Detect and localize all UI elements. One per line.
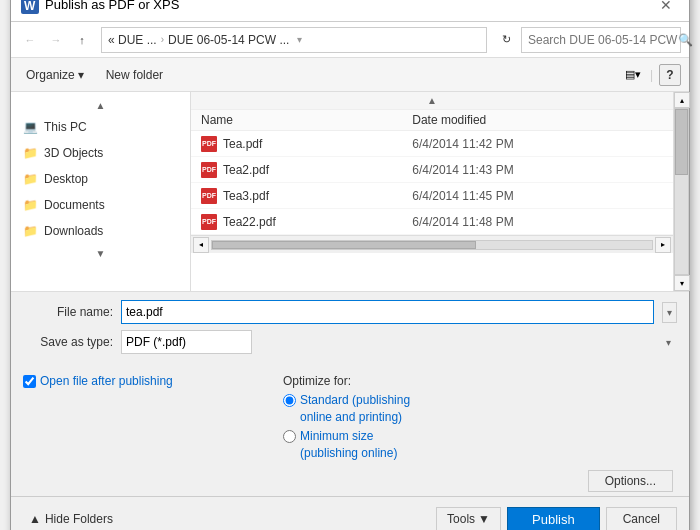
file-name: Tea3.pdf	[223, 189, 269, 203]
hscroll-track[interactable]	[211, 240, 653, 250]
svg-text:W: W	[24, 0, 36, 13]
title-bar: W Publish as PDF or XPS ✕	[11, 0, 689, 22]
vscroll-thumb	[675, 109, 688, 175]
dialog-title: Publish as PDF or XPS	[45, 0, 653, 12]
breadcrumb-sep: ›	[161, 34, 164, 45]
hscroll-bar: ◂ ▸	[191, 235, 673, 253]
organize-label: Organize	[26, 68, 75, 82]
hscroll-right-btn[interactable]: ▸	[655, 237, 671, 253]
organize-button[interactable]: Organize ▾	[19, 65, 91, 85]
options-right: Optimize for: Standard (publishingonline…	[263, 374, 677, 461]
tools-button[interactable]: Tools ▼	[436, 507, 501, 530]
file-scroll-up[interactable]: ▲	[191, 92, 673, 110]
savetype-label: Save as type:	[23, 335, 113, 349]
main-area: ▲ 💻 This PC 📁 3D Objects 📁 Desktop 📁 Doc…	[11, 92, 689, 292]
thispc-icon: 💻	[23, 120, 38, 134]
downloads-icon: 📁	[23, 224, 38, 238]
nav-bar: ← → ↑ « DUE ... › DUE 06-05-14 PCW ... ▾…	[11, 22, 689, 58]
sidebar-item-3dobjects[interactable]: 📁 3D Objects	[11, 140, 190, 166]
pdf-icon: PDF	[201, 136, 217, 152]
file-name-cell: PDF Tea.pdf	[201, 136, 392, 152]
publish-button[interactable]: Publish	[507, 507, 600, 530]
up-button[interactable]: ↑	[71, 29, 93, 51]
minimum-radio[interactable]	[283, 430, 296, 443]
filename-label: File name:	[23, 305, 113, 319]
cancel-button[interactable]: Cancel	[606, 507, 677, 530]
options-left: Open file after publishing	[23, 374, 263, 388]
view-button[interactable]: ▤ ▾	[622, 64, 644, 86]
help-button[interactable]: ?	[659, 64, 681, 86]
vscroll-down-btn[interactable]: ▾	[674, 275, 690, 291]
sidebar-item-label-downloads: Downloads	[44, 224, 103, 238]
sidebar-item-label-documents: Documents	[44, 198, 105, 212]
form-area: File name: ▾ Save as type: PDF (*.pdf)XP…	[11, 292, 689, 368]
search-input[interactable]	[528, 33, 678, 47]
hscroll-left-btn[interactable]: ◂	[193, 237, 209, 253]
col-name[interactable]: Name	[191, 110, 402, 131]
savetype-wrapper: PDF (*.pdf)XPS Document (*.xps)	[121, 330, 677, 354]
back-button[interactable]: ←	[19, 29, 41, 51]
search-box[interactable]: 🔍	[521, 27, 681, 53]
sidebar-item-label-thispc: This PC	[44, 120, 87, 134]
hide-folders-button[interactable]: ▲ Hide Folders	[23, 509, 119, 529]
file-name-cell: PDF Tea3.pdf	[201, 188, 392, 204]
breadcrumb-dropdown-icon: ▾	[297, 34, 302, 45]
filename-input[interactable]	[121, 300, 654, 324]
standard-radio-label[interactable]: Standard (publishingonline and printing)	[283, 392, 677, 426]
options-area: Open file after publishing Optimize for:…	[11, 368, 689, 465]
sidebar-item-label-3dobjects: 3D Objects	[44, 146, 103, 160]
vscroll-track[interactable]	[674, 108, 689, 275]
file-date: 6/4/2014 11:45 PM	[402, 183, 673, 209]
file-date: 6/4/2014 11:42 PM	[402, 131, 673, 157]
standard-radio[interactable]	[283, 394, 296, 407]
minimum-text: Minimum size(publishing online)	[300, 428, 397, 462]
close-button[interactable]: ✕	[653, 0, 679, 18]
search-icon[interactable]: 🔍	[678, 33, 693, 47]
refresh-button[interactable]: ↻	[495, 29, 517, 51]
help-icon: ?	[666, 68, 673, 82]
breadcrumb[interactable]: « DUE ... › DUE 06-05-14 PCW ... ▾	[101, 27, 487, 53]
toolbar-divider: |	[650, 68, 653, 82]
hide-folders-icon: ▲	[29, 512, 41, 526]
minimum-radio-label[interactable]: Minimum size(publishing online)	[283, 428, 677, 462]
radio-group: Standard (publishingonline and printing)…	[283, 392, 677, 461]
sidebar-item-label-desktop: Desktop	[44, 172, 88, 186]
file-name: Tea2.pdf	[223, 163, 269, 177]
sidebar-item-desktop[interactable]: 📁 Desktop	[11, 166, 190, 192]
file-table: Name Date modified PDF Tea.pdf 6/4/2014 …	[191, 110, 673, 235]
open-after-label[interactable]: Open file after publishing	[23, 374, 173, 388]
3dobjects-icon: 📁	[23, 146, 38, 160]
pdf-icon: PDF	[201, 214, 217, 230]
word-icon: W	[21, 0, 39, 14]
options-button[interactable]: Options...	[588, 470, 673, 492]
view-arrow-icon: ▾	[635, 68, 641, 81]
table-row[interactable]: PDF Tea22.pdf 6/4/2014 11:48 PM	[191, 209, 673, 235]
table-row[interactable]: PDF Tea3.pdf 6/4/2014 11:45 PM	[191, 183, 673, 209]
file-panel: ▲ Name Date modified PDF Tea.pdf 6/4/201…	[191, 92, 673, 291]
tools-arrow-icon: ▼	[478, 512, 490, 526]
filename-dropdown-icon[interactable]: ▾	[662, 302, 677, 323]
footer-right: Tools ▼ Publish Cancel	[436, 507, 677, 530]
sidebar-item-documents[interactable]: 📁 Documents	[11, 192, 190, 218]
file-name-cell: PDF Tea2.pdf	[201, 162, 392, 178]
table-row[interactable]: PDF Tea.pdf 6/4/2014 11:42 PM	[191, 131, 673, 157]
desktop-icon: 📁	[23, 172, 38, 186]
new-folder-button[interactable]: New folder	[99, 65, 170, 85]
vscroll-up-btn[interactable]: ▴	[674, 92, 690, 108]
col-date[interactable]: Date modified	[402, 110, 673, 131]
sidebar: ▲ 💻 This PC 📁 3D Objects 📁 Desktop 📁 Doc…	[11, 92, 191, 291]
savetype-select[interactable]: PDF (*.pdf)XPS Document (*.xps)	[121, 330, 252, 354]
hscroll-thumb	[212, 241, 476, 249]
options-btn-area: Options...	[11, 466, 689, 496]
sidebar-item-downloads[interactable]: 📁 Downloads	[11, 218, 190, 244]
sidebar-item-thispc[interactable]: 💻 This PC	[11, 114, 190, 140]
vscroll-bar: ▴ ▾	[673, 92, 689, 291]
sidebar-scroll-down[interactable]: ▼	[11, 244, 190, 262]
sidebar-scroll-up[interactable]: ▲	[11, 96, 190, 114]
forward-button[interactable]: →	[45, 29, 67, 51]
file-date: 6/4/2014 11:43 PM	[402, 157, 673, 183]
table-row[interactable]: PDF Tea2.pdf 6/4/2014 11:43 PM	[191, 157, 673, 183]
breadcrumb-content: « DUE ... › DUE 06-05-14 PCW ... ▾	[108, 33, 302, 47]
open-after-checkbox[interactable]	[23, 375, 36, 388]
view-icon: ▤	[625, 68, 635, 81]
